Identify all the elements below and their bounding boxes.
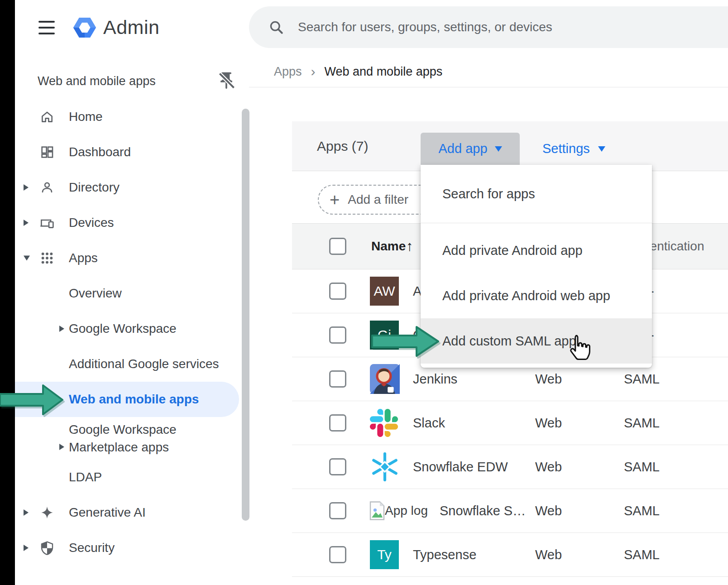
select-all-checkbox[interactable]: [329, 238, 346, 255]
app-authentication: SAML: [624, 503, 660, 518]
sidebar-item-label: Web and mobile apps: [69, 392, 199, 407]
cursor-pointer-icon: [567, 333, 592, 362]
app-name: Snowflake EDW: [413, 460, 508, 475]
person-icon: [40, 180, 54, 195]
sidebar-item-label: Google Workspace: [69, 321, 177, 336]
sidebar-item-security[interactable]: Security: [15, 530, 239, 566]
product-title: Admin: [103, 16, 159, 38]
expand-caret-icon[interactable]: [24, 184, 29, 191]
sidebar-item-overview[interactable]: Overview: [15, 276, 239, 311]
app-platform: Web: [535, 372, 562, 387]
app-icon-tile: AW: [370, 277, 399, 306]
sidebar-item-label: Apps: [69, 251, 98, 265]
menu-item-add-private-android-web-app[interactable]: Add private Android web app: [421, 273, 652, 318]
sort-ascending-icon[interactable]: ↑: [406, 238, 413, 254]
expand-caret-icon[interactable]: [24, 220, 29, 226]
home-icon: [40, 110, 54, 124]
sidebar-item-dashboard[interactable]: Dashboard: [15, 134, 239, 170]
app-authentication: SAML: [624, 460, 660, 475]
row-checkbox[interactable]: [329, 458, 346, 475]
sidebar-item-label: Additional Google services: [69, 357, 219, 371]
sidebar-item-label: Devices: [69, 216, 114, 230]
collapse-caret-icon[interactable]: [24, 256, 30, 261]
apps-grid-icon: [40, 251, 54, 265]
app-name: Typesense: [413, 547, 476, 562]
sidebar-item-label: LDAP: [69, 470, 102, 484]
breadcrumb-parent[interactable]: Apps: [274, 65, 302, 79]
app-authentication: SAML: [624, 547, 660, 562]
row-checkbox[interactable]: [329, 283, 346, 300]
left-edge-bar: [0, 0, 15, 585]
expand-caret-icon[interactable]: [24, 509, 29, 516]
devices-icon: [40, 216, 54, 230]
sidebar-item-home[interactable]: Home: [15, 99, 239, 134]
sidebar-item-directory[interactable]: Directory: [15, 170, 239, 205]
sidebar-item-label: Google WorkspaceMarketplace apps: [69, 421, 177, 456]
app-platform: Web: [535, 460, 562, 475]
app-platform: Web: [535, 416, 562, 431]
app-logo-alt-text: App log: [385, 503, 428, 518]
expand-caret-icon[interactable]: [59, 326, 64, 332]
sidebar-item-workspace-marketplace-apps[interactable]: Google WorkspaceMarketplace apps: [15, 417, 239, 460]
app-name: Jenkins: [413, 372, 457, 387]
column-header-name[interactable]: Name: [371, 239, 406, 254]
annotation-arrow-add-custom-saml-app: [370, 323, 443, 361]
sidebar-item-generative-ai[interactable]: Generative AI: [15, 495, 239, 530]
app-name: Slack: [413, 416, 445, 431]
row-checkbox[interactable]: [329, 502, 346, 519]
sidebar-item-label: Directory: [69, 180, 120, 195]
plus-icon: +: [330, 191, 340, 208]
app-authentication: SAML: [624, 416, 660, 431]
expand-caret-icon[interactable]: [24, 545, 29, 551]
sidebar-scrollbar-thumb[interactable]: [242, 109, 249, 521]
table-row[interactable]: App log Snowflake S… Web SAML: [292, 489, 728, 533]
row-checkbox[interactable]: [329, 370, 346, 388]
sidebar-item-label: Home: [69, 110, 103, 124]
app-icon-tile: Ty: [370, 540, 399, 569]
expand-caret-icon[interactable]: [59, 444, 64, 450]
sidebar-nav: Home Dashboard Directory Devices: [15, 99, 239, 566]
row-checkbox[interactable]: [329, 414, 346, 432]
snowflake-icon: [370, 452, 400, 482]
shield-icon: [40, 541, 54, 555]
menu-hamburger-icon[interactable]: [38, 21, 55, 34]
menu-item-search-for-apps[interactable]: Search for apps: [421, 165, 652, 223]
table-row[interactable]: Slack Web SAML: [292, 401, 728, 445]
dashboard-icon: [40, 145, 54, 159]
sidebar-item-label: Security: [69, 541, 115, 555]
sidebar-item-label: Overview: [69, 286, 122, 301]
jenkins-icon: [370, 364, 400, 394]
broken-image-icon: [369, 501, 385, 520]
unpin-icon[interactable]: [216, 71, 236, 92]
row-checkbox[interactable]: [329, 546, 346, 563]
add-filter-label: Add a filter: [348, 192, 408, 207]
search-placeholder: Search for users, groups, settings, or d…: [298, 20, 552, 34]
spark-star-icon: [40, 505, 54, 520]
header-divider: [249, 87, 728, 87]
sidebar-item-ldap[interactable]: LDAP: [15, 460, 239, 495]
sidebar-item-additional-google-services[interactable]: Additional Google services: [15, 346, 239, 382]
app-authentication: SAML: [624, 372, 660, 387]
app-platform: Web: [535, 503, 562, 518]
sidebar-item-label: Generative AI: [69, 505, 146, 520]
dropdown-caret-icon: [598, 146, 605, 152]
dropdown-caret-icon: [495, 146, 502, 152]
sidebar-section-title: Web and mobile apps: [38, 74, 156, 88]
add-app-dropdown-menu: Search for apps Add private Android app …: [421, 165, 652, 368]
row-checkbox[interactable]: [329, 326, 346, 344]
sidebar-item-google-workspace[interactable]: Google Workspace: [15, 311, 239, 346]
breadcrumb-separator-icon: ›: [311, 64, 316, 79]
settings-button[interactable]: Settings: [542, 133, 605, 165]
sidebar-item-apps[interactable]: Apps: [15, 240, 239, 276]
sidebar-item-devices[interactable]: Devices: [15, 205, 239, 240]
table-row[interactable]: Ty Typesense Web SAML: [292, 533, 728, 577]
breadcrumb: Apps › Web and mobile apps: [274, 62, 442, 81]
menu-item-add-private-android-app[interactable]: Add private Android app: [421, 228, 652, 273]
menu-item-add-custom-saml-app[interactable]: Add custom SAML app: [421, 318, 652, 364]
table-row[interactable]: Snowflake EDW Web SAML: [292, 445, 728, 489]
add-app-button[interactable]: Add app: [421, 133, 520, 165]
search-icon: [268, 19, 284, 35]
slack-icon: [370, 409, 398, 437]
global-search-input[interactable]: Search for users, groups, settings, or d…: [249, 6, 728, 48]
breadcrumb-current: Web and mobile apps: [325, 65, 443, 79]
